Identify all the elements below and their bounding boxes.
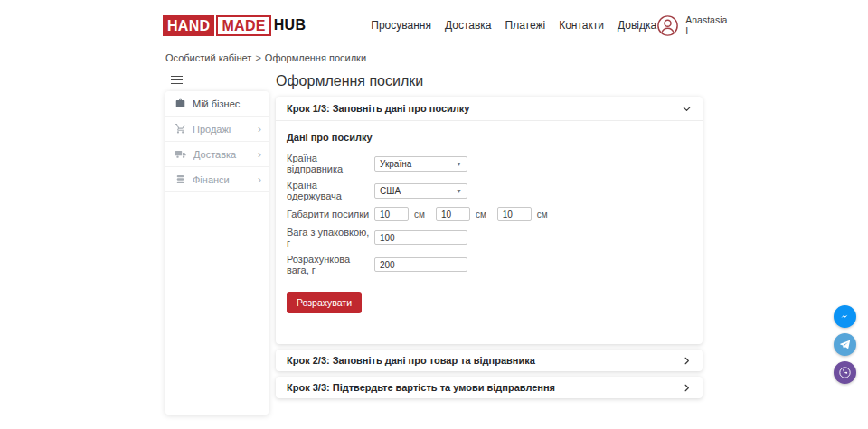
step1-body: Дані про посилку Країна відправника Укра…: [276, 120, 703, 344]
weight-label: Вага з упаковкою, г: [287, 227, 374, 248]
cart-icon: [175, 123, 186, 135]
sender-country-label: Країна відправника: [287, 153, 374, 174]
logo-made: MADE: [216, 15, 270, 36]
hamburger-menu-icon[interactable]: [171, 76, 183, 85]
dimensions-label: Габарити посилки: [287, 209, 374, 219]
dimension-height-input[interactable]: [497, 207, 532, 221]
chevron-right-icon: [682, 356, 692, 366]
sidebar-item-label: Фінанси: [193, 174, 230, 185]
dimensions-row: Габарити посилки см см см: [287, 207, 692, 221]
sidebar-panel: Мій бізнес Продажі › Доставка ›: [165, 91, 269, 415]
breadcrumb-separator: >: [255, 52, 260, 63]
sidebar: Мій бізнес Продажі › Доставка ›: [165, 73, 269, 415]
chevron-right-icon: ›: [258, 148, 261, 160]
nav-item-contacts[interactable]: Контакти: [559, 19, 604, 32]
step1-card: Крок 1/3: Заповніть дані про посилку Дан…: [276, 97, 703, 344]
step1-title: Крок 1/3: Заповніть дані про посилку: [287, 103, 469, 114]
chevron-right-icon: ›: [258, 173, 261, 185]
sidebar-item-finance[interactable]: Фінанси ›: [165, 167, 269, 192]
breadcrumb: Особистий кабінет>Оформлення посилки: [0, 51, 868, 70]
dimension-unit: см: [537, 210, 548, 219]
content-area: Мій бізнес Продажі › Доставка ›: [0, 70, 868, 415]
weight-input[interactable]: [374, 230, 467, 245]
chevron-down-icon: [682, 104, 692, 114]
step3-accordion-header[interactable]: Крок 3/3: Підтвердьте вартість та умови …: [276, 377, 703, 398]
briefcase-icon: [175, 98, 186, 109]
calc-weight-input[interactable]: [374, 257, 467, 272]
step2-accordion-header[interactable]: Крок 2/3: Заповніть дані про товар та ві…: [276, 350, 703, 371]
step3-card: Крок 3/3: Підтвердьте вартість та умови …: [276, 377, 703, 398]
receiver-country-value: США: [380, 186, 401, 196]
receiver-country-select[interactable]: США ▼: [374, 183, 467, 199]
calc-weight-label: Розрахункова вага, г: [287, 254, 374, 275]
avatar-icon: [656, 14, 679, 37]
logo-hand: HAND: [163, 15, 214, 36]
nav-item-delivery[interactable]: Доставка: [445, 19, 492, 32]
dimension-unit: см: [476, 210, 486, 219]
dimension-length-input[interactable]: [374, 207, 409, 221]
sender-country-value: Україна: [380, 159, 411, 169]
breadcrumb-root[interactable]: Особистий кабінет: [165, 52, 251, 63]
step1-accordion-header[interactable]: Крок 1/3: Заповніть дані про посилку: [276, 97, 703, 120]
nav-item-promotion[interactable]: Просування: [371, 19, 431, 32]
nav-item-payments[interactable]: Платежі: [505, 19, 546, 32]
weight-row: Вага з упаковкою, г: [287, 227, 692, 248]
chevron-right-icon: ›: [258, 123, 261, 135]
messenger-button[interactable]: [834, 305, 856, 328]
sidebar-item-delivery[interactable]: Доставка ›: [165, 142, 269, 167]
user-menu[interactable]: Anastasia I: [656, 14, 727, 37]
sidebar-item-label: Продажі: [193, 124, 231, 135]
step3-title: Крок 3/3: Підтвердьте вартість та умови …: [287, 382, 555, 393]
viber-button[interactable]: [834, 361, 856, 384]
messenger-icon: [838, 310, 852, 323]
logo[interactable]: HAND MADE HUB: [163, 15, 306, 36]
truck-icon: [175, 148, 187, 161]
coins-icon: [175, 173, 186, 185]
telegram-button[interactable]: [834, 333, 856, 356]
floating-social-buttons: [834, 305, 856, 384]
sidebar-item-my-business[interactable]: Мій бізнес: [165, 91, 269, 117]
breadcrumb-current: Оформлення посилки: [265, 52, 366, 63]
select-arrow-icon: ▼: [456, 188, 462, 194]
select-arrow-icon: ▼: [456, 161, 462, 167]
calculate-button[interactable]: Розрахувати: [287, 292, 362, 313]
logo-hub: HUB: [274, 18, 307, 33]
receiver-country-label: Країна одержувача: [287, 180, 374, 201]
step2-card: Крок 2/3: Заповніть дані про товар та ві…: [276, 350, 703, 371]
sender-country-select[interactable]: Україна ▼: [374, 156, 467, 172]
sidebar-item-label: Мій бізнес: [193, 98, 240, 109]
dimension-unit: см: [414, 210, 425, 219]
step2-title: Крок 2/3: Заповніть дані про товар та ві…: [287, 355, 535, 366]
sender-country-row: Країна відправника Україна ▼: [287, 153, 692, 174]
calc-weight-row: Розрахункова вага, г: [287, 254, 692, 275]
viber-icon: [836, 364, 854, 381]
nav-item-help[interactable]: Довідка: [618, 19, 656, 32]
dimension-width-input[interactable]: [436, 207, 470, 221]
user-name: Anastasia I: [685, 14, 727, 36]
main-nav: Просування Доставка Платежі Контакти Дов…: [371, 19, 656, 32]
parcel-data-section-title: Дані про посилку: [287, 132, 692, 143]
sidebar-item-sales[interactable]: Продажі ›: [165, 117, 269, 142]
header: HAND MADE HUB Просування Доставка Платеж…: [0, 0, 868, 51]
telegram-icon: [838, 338, 852, 351]
sidebar-item-label: Доставка: [193, 149, 236, 160]
chevron-right-icon: [682, 383, 692, 393]
main-panel: Оформлення посилки Крок 1/3: Заповніть д…: [276, 73, 703, 404]
page-title: Оформлення посилки: [276, 73, 703, 89]
receiver-country-row: Країна одержувача США ▼: [287, 180, 692, 201]
